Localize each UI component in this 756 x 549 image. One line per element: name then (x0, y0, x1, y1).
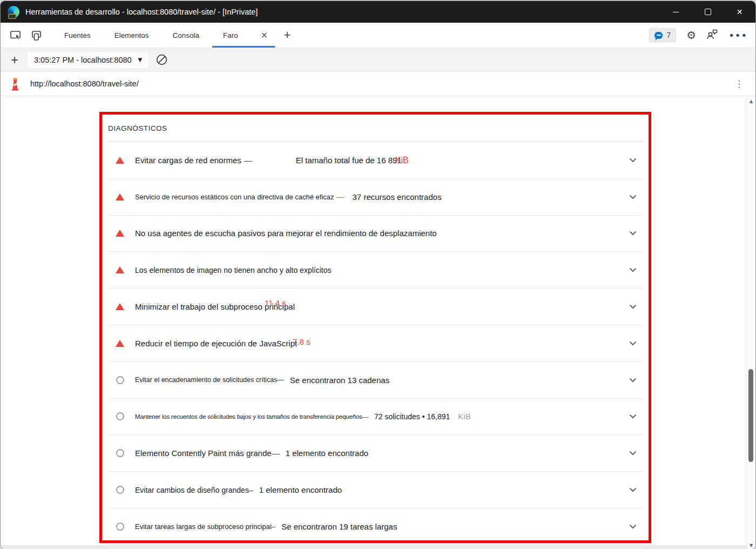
diagnostic-title: Mantener los recuentos de solicitudes ba… (135, 413, 368, 420)
scroll-down-icon[interactable]: ▼ (747, 543, 755, 548)
lighthouse-report-panel: DIAGNÓSTICOS Evitar cargas de red enorme… (1, 96, 755, 549)
report-options-kebab-icon[interactable]: ⋮ (731, 78, 747, 89)
dash-separator: — (272, 448, 280, 458)
diagnostic-row[interactable]: Reducir el tiempo de ejecución de JavaSc… (108, 325, 643, 362)
warning-icon (116, 266, 124, 273)
dash-separator: — (362, 413, 368, 420)
info-icon (116, 449, 124, 457)
info-icon (116, 376, 124, 384)
devtools-tabbar: Fuentes Elementos Consola Faro × + 7 ⚙ •… (1, 23, 755, 48)
report-url: http://localhost:8080/travel-site/ (30, 79, 139, 88)
report-selector-label: 3:05:27 PM - localhost:8080 (34, 56, 132, 64)
diagnostic-row[interactable]: Mantener los recuentos de solicitudes ba… (108, 399, 643, 436)
issues-chat-icon (654, 32, 663, 39)
window-bottom-edge (1, 545, 747, 549)
more-tabs-button[interactable]: + (278, 28, 296, 42)
diagnostic-title: Servicio de recursos estáticos con una d… (135, 193, 347, 201)
issues-counter-badge[interactable]: 7 (649, 28, 676, 42)
dash-separator: – (272, 523, 275, 531)
diagnostics-heading: DIAGNÓSTICOS (108, 115, 643, 142)
new-report-button[interactable]: + (9, 52, 21, 68)
tab-label: Consola (173, 31, 200, 39)
lighthouse-toolbar: + 3:05:27 PM - localhost:8080 ▼ (1, 48, 755, 71)
chevron-down-icon[interactable] (629, 451, 637, 456)
diagnostics-list: Evitar cargas de red enormes— El tamaño … (103, 142, 649, 545)
diagnostic-row[interactable]: Minimizar el trabajo del subproceso prin… (108, 289, 643, 325)
chevron-down-icon[interactable] (629, 231, 637, 236)
diagnostic-description: El tamaño total fue de 16 891KiB (296, 156, 402, 165)
diagnostic-row[interactable]: No usa agentes de escucha pasivos para m… (108, 216, 643, 252)
diagnostic-row[interactable]: Evitar el encadenamiento de solicitudes … (108, 362, 643, 399)
diagnostic-description: Se encontraron 19 tareas largas (281, 522, 397, 531)
warning-icon (116, 303, 124, 310)
tab-consola[interactable]: Consola (161, 23, 212, 48)
device-emulation-icon[interactable] (28, 26, 45, 44)
chevron-down-icon: ▼ (138, 57, 143, 63)
tabbar-right-icons: 7 ⚙ ••• (649, 28, 755, 42)
devtools-tabs: Fuentes Elementos Consola Faro × (52, 23, 276, 48)
chevron-down-icon[interactable] (629, 524, 637, 529)
warning-icon (116, 230, 124, 237)
info-icon (116, 486, 124, 494)
more-menu-icon[interactable]: ••• (728, 30, 747, 41)
scrollbar-thumb[interactable] (748, 369, 753, 462)
diagnostic-row[interactable]: Servicio de recursos estáticos con una d… (108, 179, 643, 216)
chevron-down-icon[interactable] (629, 487, 637, 492)
warning-icon (116, 193, 124, 200)
titlebar: Herramientas de desarrollo - localhost:8… (1, 1, 755, 23)
chevron-down-icon[interactable] (629, 267, 637, 272)
issues-count: 7 (666, 31, 671, 39)
chevron-down-icon[interactable] (629, 158, 637, 163)
diagnostic-title: Evitar tareas largas de subproceso princ… (135, 523, 275, 531)
diagnostic-description: 37 recursos encontrados (353, 192, 442, 202)
chevron-down-icon[interactable] (629, 195, 637, 199)
dash-separator: — (337, 193, 344, 201)
feedback-icon[interactable] (706, 29, 718, 42)
tab-faro[interactable]: Faro × (211, 23, 276, 48)
diagnostic-row[interactable]: Evitar tareas largas de subproceso princ… (108, 508, 643, 545)
devtools-window: Herramientas de desarrollo - localhost:8… (0, 1, 756, 549)
settings-gear-icon[interactable]: ⚙ (686, 29, 696, 42)
minimize-button[interactable] (660, 1, 692, 23)
edge-logo-icon (8, 6, 19, 18)
vertical-scrollbar[interactable]: ▲ ▼ (746, 96, 755, 549)
close-icon: ✕ (737, 8, 743, 16)
inspect-element-icon[interactable] (7, 26, 24, 44)
diagnostic-row[interactable]: Elemento Contently Paint más grande— 1 e… (108, 435, 643, 472)
diagnostic-title: Los elementos de imagen no tienen ancho … (135, 266, 331, 274)
diagnostic-title: Minimizar el trabajo del subproceso prin… (135, 302, 295, 311)
clear-reports-button[interactable] (156, 53, 168, 66)
chevron-down-icon[interactable] (629, 414, 637, 419)
chevron-down-icon[interactable] (629, 378, 637, 383)
metric-value-overlay: 11.4 s (265, 298, 286, 307)
report-selector-dropdown[interactable]: 3:05:27 PM - localhost:8080 ▼ (28, 52, 148, 68)
chevron-down-icon[interactable] (629, 304, 637, 309)
tab-label: Fuentes (64, 31, 91, 39)
tab-fuentes[interactable]: Fuentes (52, 23, 103, 48)
window-title: Herramientas de desarrollo - localhost:8… (25, 8, 258, 16)
diagnostic-title: Evitar el encadenamiento de solicitudes … (135, 376, 284, 384)
dash-separator: — (277, 376, 284, 384)
scroll-up-icon[interactable]: ▲ (747, 99, 755, 104)
maximize-button[interactable] (692, 1, 724, 23)
chevron-down-icon[interactable] (629, 341, 637, 346)
metric-unit-overlay: KiB (395, 156, 409, 165)
info-icon (116, 523, 124, 531)
diagnostic-title: No usa agentes de escucha pasivos para m… (135, 229, 437, 238)
tab-close-icon[interactable]: × (261, 31, 268, 39)
diagnostic-description: Se encontraron 13 cadenas (290, 376, 389, 385)
tab-elementos[interactable]: Elementos (103, 23, 161, 48)
diagnostic-row[interactable]: Evitar cargas de red enormes— El tamaño … (108, 142, 643, 179)
diagnostic-description: 72 solicitudes • 16,891KiB (374, 412, 471, 421)
diagnostic-title: Evitar cambios de diseño grandes– (135, 486, 253, 494)
diagnostic-row[interactable]: Los elementos de imagen no tienen ancho … (108, 252, 643, 289)
info-icon (116, 412, 124, 420)
tabbar-left-icons (1, 26, 45, 44)
diagnostics-section: DIAGNÓSTICOS Evitar cargas de red enorme… (103, 115, 649, 545)
tab-label: Elementos (114, 31, 149, 39)
dash-separator: – (249, 486, 253, 494)
tab-label: Faro (223, 31, 238, 39)
diagnostic-title: Evitar cargas de red enormes— (135, 156, 255, 165)
diagnostic-row[interactable]: Evitar cambios de diseño grandes– 1 elem… (108, 472, 643, 508)
close-button[interactable]: ✕ (724, 1, 755, 23)
